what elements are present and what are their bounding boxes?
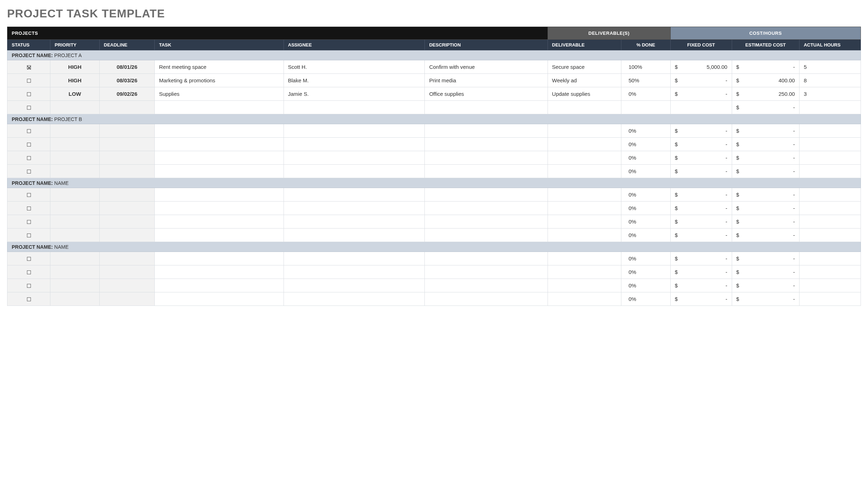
estimated-cost-cell[interactable]: $- [732, 151, 799, 165]
deadline-cell[interactable] [99, 188, 155, 202]
task-cell[interactable]: Supplies [155, 87, 284, 101]
description-cell[interactable] [425, 202, 548, 215]
actual-hours-cell[interactable] [799, 188, 861, 202]
assignee-cell[interactable] [284, 279, 425, 292]
deadline-cell[interactable] [99, 165, 155, 178]
fixed-cost-cell[interactable]: $- [670, 202, 732, 215]
assignee-cell[interactable]: Jamie S. [284, 87, 425, 101]
fixed-cost-cell[interactable]: $- [670, 252, 732, 265]
task-cell[interactable] [155, 265, 284, 279]
estimated-cost-cell[interactable]: $- [732, 252, 799, 265]
assignee-cell[interactable] [284, 124, 425, 138]
actual-hours-cell[interactable] [799, 292, 861, 306]
deliverable-cell[interactable] [548, 279, 621, 292]
checkbox-icon[interactable] [27, 79, 31, 83]
actual-hours-cell[interactable] [799, 124, 861, 138]
percent-done-cell[interactable]: 0% [621, 138, 670, 151]
percent-done-cell[interactable]: 0% [621, 202, 670, 215]
description-cell[interactable] [425, 292, 548, 306]
fixed-cost-cell[interactable]: $- [670, 87, 732, 101]
assignee-cell[interactable] [284, 252, 425, 265]
actual-hours-cell[interactable] [799, 165, 861, 178]
actual-hours-cell[interactable] [799, 101, 861, 114]
deliverable-cell[interactable] [548, 138, 621, 151]
priority-cell[interactable] [50, 265, 99, 279]
actual-hours-cell[interactable] [799, 151, 861, 165]
fixed-cost-cell[interactable]: $- [670, 188, 732, 202]
deadline-cell[interactable] [99, 252, 155, 265]
assignee-cell[interactable] [284, 202, 425, 215]
estimated-cost-cell[interactable]: $- [732, 124, 799, 138]
checkbox-icon[interactable] [27, 106, 31, 110]
percent-done-cell[interactable]: 0% [621, 265, 670, 279]
checkbox-icon[interactable] [27, 257, 31, 261]
checkbox-icon[interactable] [27, 297, 31, 301]
estimated-cost-cell[interactable]: $- [732, 202, 799, 215]
task-cell[interactable] [155, 101, 284, 114]
percent-done-cell[interactable] [621, 101, 670, 114]
task-cell[interactable] [155, 229, 284, 242]
task-cell[interactable]: Rent meeting space [155, 60, 284, 74]
estimated-cost-cell[interactable]: $- [732, 165, 799, 178]
priority-cell[interactable] [50, 138, 99, 151]
checkbox-icon[interactable] [27, 65, 31, 69]
deadline-cell[interactable] [99, 151, 155, 165]
deadline-cell[interactable] [99, 138, 155, 151]
deliverable-cell[interactable] [548, 101, 621, 114]
estimated-cost-cell[interactable]: $- [732, 138, 799, 151]
deliverable-cell[interactable] [548, 165, 621, 178]
description-cell[interactable] [425, 165, 548, 178]
assignee-cell[interactable] [284, 265, 425, 279]
task-cell[interactable] [155, 292, 284, 306]
percent-done-cell[interactable]: 0% [621, 252, 670, 265]
task-cell[interactable] [155, 202, 284, 215]
status-cell[interactable] [7, 188, 50, 202]
fixed-cost-cell[interactable]: $- [670, 74, 732, 87]
deliverable-cell[interactable] [548, 151, 621, 165]
deadline-cell[interactable] [99, 292, 155, 306]
deliverable-cell[interactable] [548, 215, 621, 229]
priority-cell[interactable]: HIGH [50, 60, 99, 74]
deadline-cell[interactable] [99, 265, 155, 279]
status-cell[interactable] [7, 252, 50, 265]
checkbox-icon[interactable] [27, 193, 31, 197]
priority-cell[interactable] [50, 151, 99, 165]
checkbox-icon[interactable] [27, 207, 31, 210]
description-cell[interactable]: Office supplies [425, 87, 548, 101]
actual-hours-cell[interactable] [799, 202, 861, 215]
fixed-cost-cell[interactable]: $- [670, 151, 732, 165]
estimated-cost-cell[interactable]: $- [732, 265, 799, 279]
deadline-cell[interactable] [99, 279, 155, 292]
actual-hours-cell[interactable] [799, 215, 861, 229]
priority-cell[interactable] [50, 124, 99, 138]
percent-done-cell[interactable]: 0% [621, 229, 670, 242]
percent-done-cell[interactable]: 100% [621, 60, 670, 74]
checkbox-icon[interactable] [27, 170, 31, 174]
percent-done-cell[interactable]: 50% [621, 74, 670, 87]
estimated-cost-cell[interactable]: $- [732, 215, 799, 229]
percent-done-cell[interactable]: 0% [621, 124, 670, 138]
estimated-cost-cell[interactable]: $400.00 [732, 74, 799, 87]
estimated-cost-cell[interactable]: $- [732, 60, 799, 74]
status-cell[interactable] [7, 165, 50, 178]
percent-done-cell[interactable]: 0% [621, 165, 670, 178]
task-cell[interactable] [155, 252, 284, 265]
fixed-cost-cell[interactable]: $- [670, 215, 732, 229]
fixed-cost-cell[interactable]: $- [670, 165, 732, 178]
description-cell[interactable] [425, 215, 548, 229]
percent-done-cell[interactable]: 0% [621, 215, 670, 229]
actual-hours-cell[interactable]: 3 [799, 87, 861, 101]
assignee-cell[interactable] [284, 138, 425, 151]
deadline-cell[interactable] [99, 124, 155, 138]
assignee-cell[interactable]: Blake M. [284, 74, 425, 87]
estimated-cost-cell[interactable]: $- [732, 101, 799, 114]
deliverable-cell[interactable] [548, 265, 621, 279]
actual-hours-cell[interactable] [799, 138, 861, 151]
deadline-cell[interactable] [99, 202, 155, 215]
description-cell[interactable]: Confirm with venue [425, 60, 548, 74]
fixed-cost-cell[interactable]: $- [670, 124, 732, 138]
status-cell[interactable] [7, 229, 50, 242]
estimated-cost-cell[interactable]: $- [732, 279, 799, 292]
priority-cell[interactable] [50, 188, 99, 202]
checkbox-icon[interactable] [27, 143, 31, 147]
